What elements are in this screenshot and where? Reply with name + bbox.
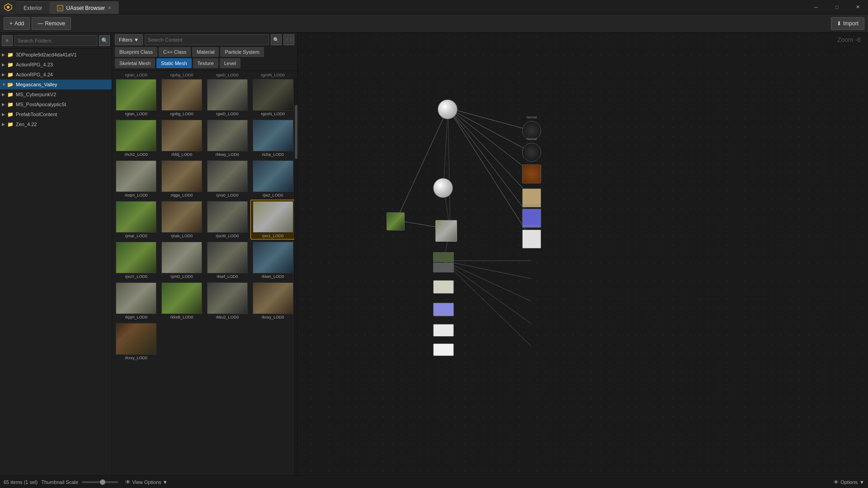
grid-item-17[interactable]: rjznD_LOD0 <box>160 240 204 280</box>
grid-item-15[interactable]: rjxs1_LOD0 <box>250 200 295 239</box>
node-sphere-white[interactable] <box>438 99 458 119</box>
grid-item-10[interactable]: rjAs0_LOD0 <box>205 159 250 199</box>
content-scrollbar[interactable] <box>294 78 297 475</box>
folder-label: MS_PostApocalypticSt <box>16 102 66 107</box>
filter-skeletal[interactable]: Skeletal Mesh <box>115 58 155 68</box>
node-white-lower[interactable] <box>433 280 454 294</box>
thumbnail-slider-thumb[interactable] <box>100 479 105 485</box>
filters-button[interactable]: Filters ▼ <box>115 34 143 45</box>
node-multi[interactable] <box>433 252 454 272</box>
folder-item-zen[interactable]: ▶ 📁 Zen_4.22 <box>0 119 112 129</box>
folder-item-prefab[interactable]: ▶ 📁 PrefabToolContent <box>0 109 112 119</box>
folder-icon: 📁 <box>7 102 14 108</box>
folder-item-cyberpunk[interactable]: ▶ 📁 MS_CyberpunkV2 <box>0 89 112 99</box>
grid-item-5[interactable]: rhfdj_LOD0 <box>160 118 204 158</box>
grid-item-4[interactable]: rhch2_LOD0 <box>114 118 159 158</box>
folder-item-postapoc[interactable]: ▶ 📁 MS_PostApocalypticSt <box>0 99 112 109</box>
node-label-purple: Smoothness <box>523 203 541 206</box>
grid-label: rgzoN_LOD0 <box>250 72 295 78</box>
folder-item-actionrpg-424[interactable]: ▶ 📁 ActionRPG_4.24 <box>0 70 112 80</box>
grid-item-22[interactable]: rkku2_LOD0 <box>205 281 250 321</box>
svg-point-1 <box>7 6 9 9</box>
filter-cpp[interactable]: C++ Class <box>159 47 191 57</box>
grid-item-20[interactable]: rkjqH_LOD0 <box>114 281 159 321</box>
grid-thumb-21 <box>161 282 202 314</box>
grid-item-23[interactable]: rkoxy_LOD0 <box>250 281 295 321</box>
filter-blueprint[interactable]: Blueprint Class <box>115 47 157 57</box>
node-sphere-lower[interactable] <box>433 178 453 198</box>
filter-texture[interactable]: Texture <box>193 58 218 68</box>
grid-item-label-21: rkksB_LOD0 <box>170 315 193 319</box>
remove-button[interactable]: — Remove <box>32 17 71 30</box>
content-header: Filters ▼ 🔍 ⋮⋮ Blueprint Class C++ Class… <box>112 33 297 70</box>
grid-item-7[interactable]: richa_LOD0 <box>250 118 295 158</box>
filter-particle[interactable]: Particle System <box>220 47 264 57</box>
arrow-icon: ▶ <box>2 62 6 67</box>
grid-thumb-18 <box>207 242 248 273</box>
svg-line-16 <box>443 261 531 279</box>
folder-label: PrefabToolContent <box>16 112 57 117</box>
search-content-input[interactable] <box>145 34 269 45</box>
grid-item-13[interactable]: rjnas_LOD0 <box>160 200 204 239</box>
node-white-small-2[interactable] <box>433 343 454 356</box>
grid-item-9[interactable]: riqga_LOD0 <box>160 159 204 199</box>
node-rock-small[interactable] <box>387 212 405 230</box>
statusbar: 65 items (1 sel) Thumbnail Scale 👁 View … <box>0 475 868 488</box>
maximize-button[interactable]: □ <box>826 0 847 14</box>
grid-item-21[interactable]: rkksB_LOD0 <box>160 281 204 321</box>
items-count: 65 items (1 sel) <box>4 479 38 485</box>
graph-area[interactable]: Zoom -6 <box>297 33 868 488</box>
node-rock-main[interactable] <box>435 220 457 242</box>
grid-item-label-13: rjnas_LOD0 <box>171 234 193 238</box>
folder-item-actionrpg-423[interactable]: ▶ 📁 ActionRPG_4.23 <box>0 60 112 70</box>
grid-item-24[interactable]: rkxxy_LOD0 <box>114 322 159 361</box>
content-settings-icon[interactable]: ⋮⋮ <box>283 34 294 45</box>
node-black-2[interactable]: Normal <box>522 143 541 162</box>
grid-item-11[interactable]: rjw2_LOD0 <box>250 159 295 199</box>
view-options-button[interactable]: 👁 View Options ▼ <box>125 479 168 485</box>
view-options-dropdown-icon: ▼ <box>163 479 168 485</box>
folder-item-3dpeople[interactable]: ▶ 📁 3DPeople9d2acd4da41aV1 <box>0 50 112 60</box>
grid-item-8[interactable]: rioqm_LOD0 <box>114 159 159 199</box>
folder-item-megascans[interactable]: ▼ 📂 Megascans_Valley <box>0 80 112 89</box>
grid-item-16[interactable]: rjxuY_LOD0 <box>114 240 159 280</box>
node-white[interactable]: Smoothness <box>522 230 541 249</box>
import-button[interactable]: ⬇ Import <box>831 17 864 30</box>
sidebar-search-button[interactable]: 🔍 <box>99 35 110 46</box>
grid-item-12[interactable]: rjmar_LOD0 <box>114 200 159 239</box>
grid-item-label-22: rkku2_LOD0 <box>216 315 239 319</box>
grid-item-19[interactable]: rkiwn_LOD0 <box>250 240 295 280</box>
grid-item-6[interactable]: rhkwy_LOD0 <box>205 118 250 158</box>
minimize-button[interactable]: ─ <box>806 0 826 14</box>
tab-exterior[interactable]: Exterior <box>16 1 50 14</box>
grid-item-14[interactable]: rjscW_LOD0 <box>205 200 250 239</box>
close-button[interactable]: ✕ <box>847 0 868 14</box>
sidebar-menu-icon[interactable]: ≡ <box>2 35 13 46</box>
node-purple-lower[interactable] <box>433 303 454 316</box>
grid-item-2[interactable]: rgwD_LOD0 <box>205 78 250 117</box>
node-label-1: Normal <box>527 116 537 119</box>
svg-line-14 <box>443 108 448 187</box>
add-button[interactable]: + Add <box>4 17 30 30</box>
filter-level[interactable]: Level <box>220 58 241 68</box>
tab-exterior-label: Exterior <box>24 5 42 11</box>
grid-item-0[interactable]: rgtan_LOD0 <box>114 78 159 117</box>
node-white-small-1[interactable] <box>433 324 454 337</box>
tab-uasset-browser[interactable]: U UAsset Browser ✕ <box>50 1 119 14</box>
grid-item-18[interactable]: rkiwf_LOD0 <box>205 240 250 280</box>
grid-item-1[interactable]: rgvbg_LOD0 <box>160 78 204 117</box>
grid-thumb-20 <box>116 282 156 314</box>
options-label: Options <box>840 479 858 485</box>
view-options-label: View Options <box>132 479 161 485</box>
filter-material[interactable]: Material <box>192 47 219 57</box>
search-icon[interactable]: 🔍 <box>271 34 282 45</box>
node-brown[interactable] <box>522 164 541 183</box>
filter-static-mesh[interactable]: Static Mesh <box>156 58 191 68</box>
remove-icon: — <box>38 20 43 27</box>
tab-close-icon[interactable]: ✕ <box>108 5 111 10</box>
grid-item-3[interactable]: rgzoN_LOD0 <box>250 78 295 117</box>
arrow-icon: ▶ <box>2 72 6 77</box>
status-right: 👁 Options ▼ <box>834 479 864 485</box>
thumbnail-scale-slider[interactable] <box>82 481 118 483</box>
search-folders-input[interactable] <box>14 35 97 46</box>
